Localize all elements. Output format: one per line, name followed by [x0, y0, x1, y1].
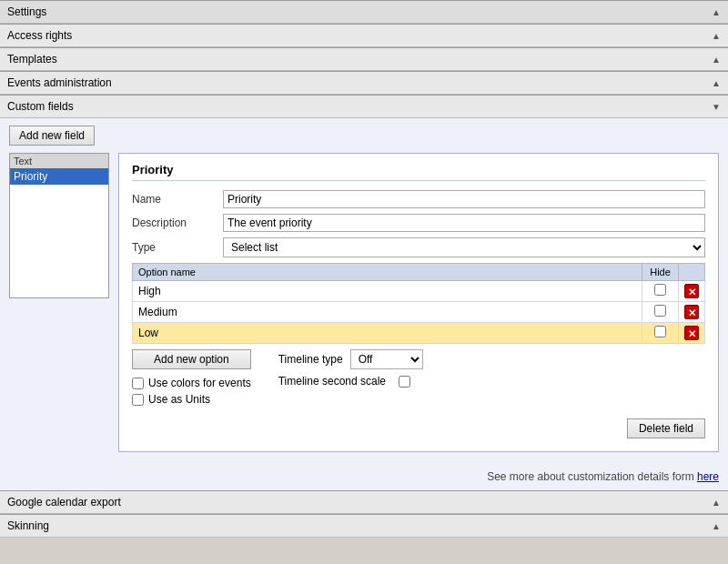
google-calendar-chevron: ▲	[712, 498, 721, 508]
delete-field-row: Delete field	[132, 418, 705, 438]
custom-fields-body: Add new field Text Priority Priority Nam…	[0, 118, 728, 463]
events-admin-chevron: ▲	[712, 78, 721, 88]
left-bottom: Add new option Use colors for events Use…	[132, 349, 251, 406]
table-row: Low	[133, 323, 705, 344]
timeline-second-scale-row: Timeline second scale	[278, 375, 423, 388]
timeline-type-label: Timeline type	[278, 353, 343, 366]
access-rights-section-label: Access rights	[7, 29, 72, 42]
col-delete	[679, 264, 705, 281]
hide-checkbox-low[interactable]	[642, 323, 679, 344]
use-colors-label: Use colors for events	[148, 377, 251, 389]
description-input[interactable]	[223, 214, 705, 232]
field-detail-panel: Priority Name Description Type Select li…	[118, 153, 719, 452]
type-row: Type Select list Text Number Date	[132, 237, 705, 257]
option-name-high: High	[133, 281, 642, 302]
name-label: Name	[132, 193, 223, 206]
fields-container: Text Priority Priority Name Description …	[9, 153, 719, 452]
events-admin-section-label: Events administration	[7, 76, 112, 89]
table-row: Medium	[133, 302, 705, 323]
settings-chevron: ▲	[712, 7, 721, 17]
google-calendar-section-label: Google calendar export	[7, 496, 121, 509]
add-option-button[interactable]: Add new option	[132, 349, 251, 369]
templates-chevron: ▲	[712, 55, 721, 65]
add-new-field-button[interactable]: Add new field	[9, 126, 95, 146]
bottom-options: Add new option Use colors for events Use…	[132, 349, 705, 406]
skinning-section-label: Skinning	[7, 519, 49, 532]
field-list-category: Text	[10, 154, 108, 168]
hide-checkbox-medium[interactable]	[642, 302, 679, 323]
use-units-checkbox[interactable]	[132, 394, 144, 406]
use-units-label: Use as Units	[148, 393, 210, 406]
templates-section-label: Templates	[7, 53, 57, 65]
delete-field-button[interactable]: Delete field	[627, 418, 705, 438]
skinning-section-header[interactable]: Skinning ▲	[0, 514, 728, 538]
description-label: Description	[132, 217, 223, 229]
use-colors-row: Use colors for events	[132, 377, 251, 389]
type-select[interactable]: Select list Text Number Date	[223, 237, 705, 257]
type-label: Type	[132, 241, 223, 254]
bottom-note-text: See more about customization details for…	[487, 470, 697, 483]
col-option-name: Option name	[133, 264, 642, 281]
right-bottom: Timeline type Off On Timeline second sca…	[278, 349, 423, 388]
settings-section-header[interactable]: Settings ▲	[0, 0, 728, 24]
delete-low[interactable]	[679, 323, 705, 344]
name-row: Name	[132, 190, 705, 208]
use-colors-checkbox[interactable]	[132, 378, 144, 389]
delete-medium[interactable]	[679, 302, 705, 323]
delete-high[interactable]	[679, 281, 705, 302]
settings-section-label: Settings	[7, 5, 46, 18]
bottom-note: See more about customization details for…	[0, 463, 728, 490]
panel-title: Priority	[132, 163, 705, 181]
table-row: High	[133, 281, 705, 302]
field-list-item[interactable]: Priority	[10, 168, 108, 185]
timeline-type-row: Timeline type Off On	[278, 349, 423, 369]
timeline-type-select[interactable]: Off On	[350, 349, 423, 369]
google-calendar-section-header[interactable]: Google calendar export ▲	[0, 490, 728, 514]
name-input[interactable]	[223, 190, 705, 208]
custom-fields-section-label: Custom fields	[7, 100, 74, 113]
templates-section-header[interactable]: Templates ▲	[0, 47, 728, 71]
events-admin-section-header[interactable]: Events administration ▲	[0, 71, 728, 95]
use-units-row: Use as Units	[132, 393, 251, 406]
options-table: Option name Hide High Medium	[132, 263, 705, 344]
description-row: Description	[132, 214, 705, 232]
skinning-chevron: ▲	[712, 521, 721, 531]
access-rights-section-header[interactable]: Access rights ▲	[0, 24, 728, 47]
col-hide: Hide	[642, 264, 679, 281]
hide-checkbox-high[interactable]	[642, 281, 679, 302]
field-list: Text Priority	[9, 153, 109, 298]
access-rights-chevron: ▲	[712, 31, 721, 41]
custom-fields-chevron: ▼	[712, 102, 721, 112]
timeline-second-scale-checkbox[interactable]	[399, 376, 410, 388]
custom-fields-section-header[interactable]: Custom fields ▼	[0, 95, 728, 118]
option-name-medium: Medium	[133, 302, 642, 323]
bottom-note-link[interactable]: here	[697, 470, 719, 483]
timeline-second-scale-label: Timeline second scale	[278, 375, 386, 388]
option-name-low: Low	[133, 323, 642, 344]
